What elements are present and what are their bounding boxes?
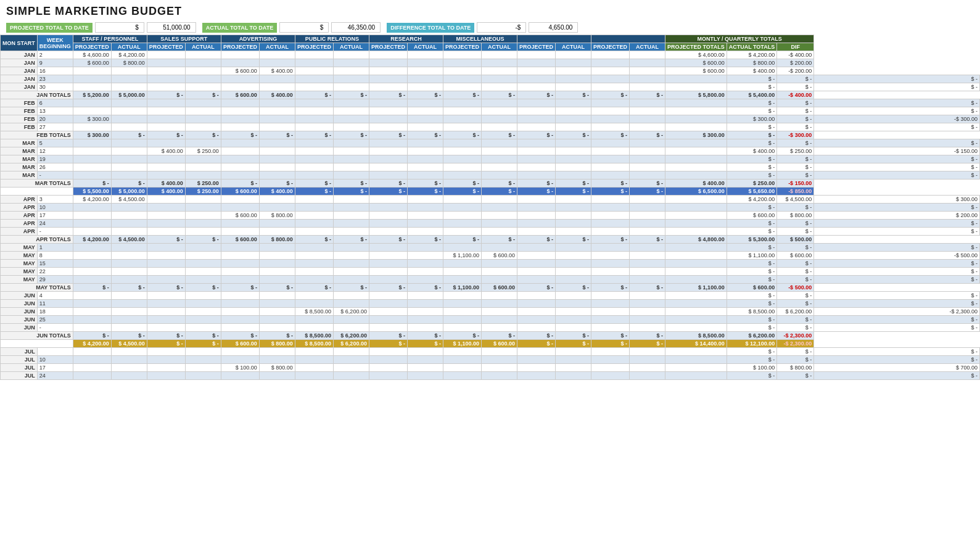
cell-11-11 (407, 139, 443, 147)
cell-19-1: 10 (37, 204, 73, 212)
cell-28-9 (333, 276, 369, 284)
cell-19-16 (591, 204, 629, 212)
cell-37-12 (443, 348, 481, 356)
cell-38-5 (185, 356, 221, 364)
cell-12-11 (407, 147, 443, 155)
cell-27-4 (147, 268, 185, 276)
cell-36-16: $ - (591, 340, 629, 348)
cell-14-2 (73, 163, 111, 171)
cell-26-9 (333, 260, 369, 268)
cell-6-19: $ - (727, 99, 777, 107)
cell-21-18 (665, 220, 727, 228)
cell-21-11 (407, 220, 443, 228)
cell-21-15 (555, 220, 591, 228)
cell-9-6 (221, 123, 259, 131)
cell-22-10 (369, 228, 407, 236)
cell-18-5 (185, 196, 221, 204)
cell-17-9: $ - (333, 188, 369, 196)
cell-14-11 (407, 163, 443, 171)
header-row-2: PROJECTED ACTUAL PROJECTED ACTUAL PROJEC… (1, 43, 980, 51)
cell-12-5: $ 250.00 (185, 147, 221, 155)
cell-5-15: $ - (555, 91, 591, 99)
cell-33-9 (333, 316, 369, 324)
cell-11-15 (555, 139, 591, 147)
cell-21-17 (629, 220, 665, 228)
cell-2-6: $ 600.00 (221, 67, 259, 75)
cell-31-11 (407, 300, 443, 308)
cell-15-7 (259, 171, 295, 179)
cell-32-19: $ 8,500.00 (727, 308, 777, 316)
cell-38-4 (147, 356, 185, 364)
cell-38-2 (73, 356, 111, 364)
cell-7-5 (185, 107, 221, 115)
cell-39-14 (517, 364, 555, 372)
cell-38-8 (295, 356, 333, 364)
cell-39-11 (407, 364, 443, 372)
cell-4-18 (665, 83, 727, 91)
cell-31-10 (369, 300, 407, 308)
cell-40-4 (147, 372, 185, 380)
cell-14-10 (369, 163, 407, 171)
cell-21-14 (517, 220, 555, 228)
cell-28-2 (73, 276, 111, 284)
cell-35-19: $ 6,200.00 (727, 332, 777, 340)
cell-13-7 (259, 155, 295, 163)
cell-39-12 (443, 364, 481, 372)
cell-29-15: $ - (555, 284, 591, 292)
col-pr-proj: PROJECTED (295, 43, 333, 51)
cell-17-15: $ - (555, 188, 591, 196)
cell-33-15 (555, 316, 591, 324)
cell-23-0: APR TOTALS (1, 236, 73, 244)
cell-12-13 (481, 147, 517, 155)
cell-15-12 (443, 171, 481, 179)
cell-8-21: -$ 300.00 (814, 115, 980, 123)
cell-11-19: $ - (727, 139, 777, 147)
cell-19-11 (407, 204, 443, 212)
cell-3-9 (333, 75, 369, 83)
cell-2-0: JAN (1, 67, 38, 75)
cell-7-11 (407, 107, 443, 115)
cell-11-12 (443, 139, 481, 147)
cell-4-1: 30 (37, 83, 73, 91)
cell-33-11 (407, 316, 443, 324)
cell-3-6 (221, 75, 259, 83)
cell-12-1: 12 (37, 147, 73, 155)
cell-13-6 (221, 155, 259, 163)
cell-8-17 (629, 115, 665, 123)
cell-29-5: $ - (185, 284, 221, 292)
cell-2-8 (295, 67, 333, 75)
cell-26-19: $ - (727, 260, 777, 268)
cell-14-7 (259, 163, 295, 171)
cell-23-3: $ 4,500.00 (111, 236, 147, 244)
cell-17-13: $ - (481, 188, 517, 196)
cell-3-12 (443, 75, 481, 83)
cell-0-10 (369, 51, 407, 59)
cell-25-10 (369, 252, 407, 260)
cell-21-1: 24 (37, 220, 73, 228)
cell-0-14 (517, 51, 555, 59)
cell-34-4 (147, 324, 185, 332)
cell-9-11 (407, 123, 443, 131)
cell-15-19: $ - (727, 171, 777, 179)
cell-18-14 (517, 196, 555, 204)
cell-30-16 (591, 292, 629, 300)
cell-17-2: $ 5,500.00 (73, 188, 111, 196)
cell-4-10 (369, 83, 407, 91)
cell-8-7 (259, 115, 295, 123)
cell-5-5: $ - (185, 91, 221, 99)
cell-13-9 (333, 155, 369, 163)
cell-19-13 (481, 204, 517, 212)
cell-27-15 (555, 268, 591, 276)
cell-24-11 (407, 244, 443, 252)
cell-16-16: $ - (591, 179, 629, 188)
cell-5-18: $ 5,800.00 (665, 91, 727, 99)
cell-15-21: $ - (814, 171, 980, 179)
cell-6-1: 6 (37, 99, 73, 107)
cell-40-0: JUL (1, 372, 38, 380)
cell-36-17: $ - (629, 340, 665, 348)
cell-32-12 (443, 308, 481, 316)
cell-36-11: $ - (407, 340, 443, 348)
cell-11-6 (221, 139, 259, 147)
cell-39-9 (333, 364, 369, 372)
cell-37-15 (555, 348, 591, 356)
